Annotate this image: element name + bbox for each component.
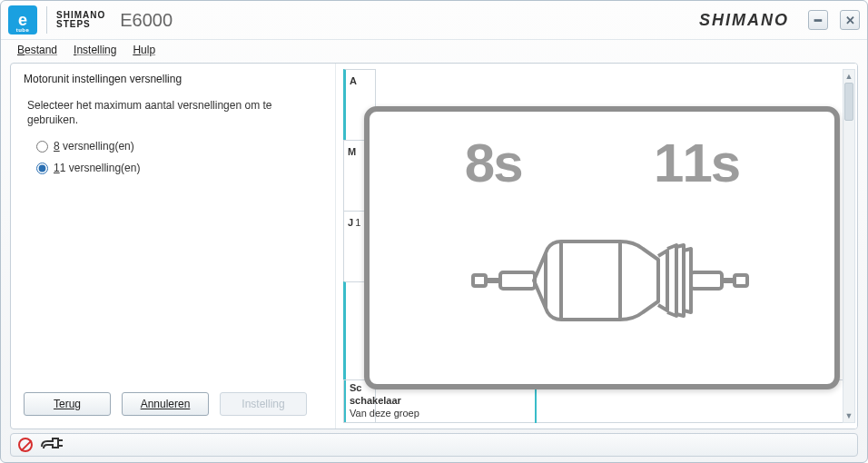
divider xyxy=(46,6,47,34)
steps-line2: STEPS xyxy=(56,20,105,29)
scroll-thumb[interactable] xyxy=(844,83,853,121)
etube-logo-icon: e tube xyxy=(8,5,37,34)
radio-8-input[interactable] xyxy=(36,141,48,153)
instruction-text: Selecteer het maximum aantal versnelling… xyxy=(24,98,322,127)
overlay-numbers: 8s 11s xyxy=(370,112,834,194)
hub-icon xyxy=(429,203,774,358)
steps-logo: SHIMANO STEPS xyxy=(56,11,105,29)
radio-11-label: 11 versnelling(en) xyxy=(54,162,140,174)
label-11s: 11s xyxy=(654,132,739,194)
minimize-button[interactable]: ━ xyxy=(808,10,828,30)
svg-rect-3 xyxy=(500,272,535,289)
radio-8-label: 8 versnelling(en) xyxy=(54,140,134,153)
app-window: e tube SHIMANO STEPS E6000 SHIMANO ━ ✕ B… xyxy=(0,0,868,463)
svg-rect-5 xyxy=(473,275,486,286)
brand-label: SHIMANO xyxy=(699,11,789,30)
left-pane: Motorunit instellingen versnelling Selec… xyxy=(11,64,336,429)
plug-icon xyxy=(40,436,65,454)
statusbar xyxy=(10,433,858,457)
menu-file[interactable]: Bestand xyxy=(17,44,57,56)
etube-e: e xyxy=(18,12,27,28)
scroll-down-icon[interactable]: ▼ xyxy=(843,409,854,422)
no-connection-icon xyxy=(18,438,33,452)
menu-settings[interactable]: Instelling xyxy=(74,44,116,56)
section-heading: Motorunit instellingen versnelling xyxy=(24,73,322,85)
lower-value: Van deze groep xyxy=(350,408,419,419)
scroll-up-icon[interactable]: ▲ xyxy=(843,70,854,83)
lower-label-2: schakelaar xyxy=(350,395,401,406)
radio-11-input[interactable] xyxy=(36,163,48,174)
scroll-track[interactable] xyxy=(843,83,854,409)
close-button[interactable]: ✕ xyxy=(840,10,860,30)
model-label: E6000 xyxy=(120,10,173,31)
back-button[interactable]: Terug xyxy=(24,392,111,416)
lower-label-1: Sc xyxy=(350,382,361,393)
radio-11-speeds[interactable]: 11 versnelling(en) xyxy=(36,162,322,174)
vertical-scrollbar[interactable]: ▲ ▼ xyxy=(843,69,855,423)
etube-tube: tube xyxy=(16,27,30,33)
gear-radio-group: 8 versnelling(en) 11 versnelling(en) xyxy=(24,140,322,174)
svg-rect-6 xyxy=(691,272,722,289)
titlebar: e tube SHIMANO STEPS E6000 SHIMANO ━ ✕ xyxy=(1,1,867,39)
button-row: Terug Annuleren Instelling xyxy=(24,392,322,416)
menubar: Bestand Instelling Hulp xyxy=(1,39,867,59)
label-8s: 8s xyxy=(465,132,522,194)
apply-button: Instelling xyxy=(220,392,307,416)
cancel-button[interactable]: Annuleren xyxy=(122,392,209,416)
svg-rect-8 xyxy=(735,275,747,286)
menu-help[interactable]: Hulp xyxy=(133,44,155,56)
radio-8-speeds[interactable]: 8 versnelling(en) xyxy=(36,140,322,153)
hub-illustration-overlay: 8s 11s xyxy=(364,106,840,389)
